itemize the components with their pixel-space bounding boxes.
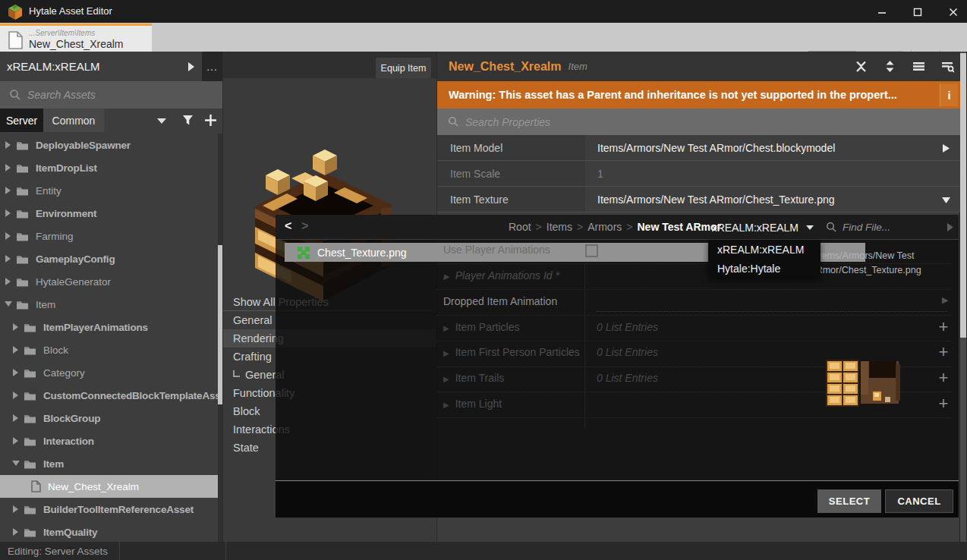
tree-folder-farming[interactable]: Farming <box>0 225 218 247</box>
add-asset-icon[interactable] <box>204 114 217 127</box>
expand-all-icon[interactable] <box>884 60 896 73</box>
caret-expanded-icon[interactable] <box>4 300 13 308</box>
chevron-right-icon[interactable] <box>941 143 951 153</box>
collapse-all-icon[interactable] <box>855 60 868 73</box>
breadcrumb-separator: > <box>577 221 583 233</box>
breadcrumb-items[interactable]: Items <box>546 221 572 233</box>
property-value[interactable]: 1 <box>585 161 960 186</box>
property-value[interactable]: Items/Armors/New Test ARmor/Chest.blocky… <box>585 135 960 160</box>
tree-folder-interaction[interactable]: Interaction <box>0 429 218 452</box>
property-search-input[interactable] <box>465 116 960 128</box>
ghost-property-value: 0 List Entries <box>597 372 658 384</box>
find-file-bar[interactable] <box>826 215 940 240</box>
tree-folder-environment[interactable]: Environment <box>0 202 218 225</box>
tree-file-new_chest_xrealm[interactable]: New_Chest_Xrealm <box>0 475 218 498</box>
warning-info-button[interactable]: i <box>940 83 958 106</box>
more-options-button[interactable]: ... <box>202 52 222 81</box>
folder-icon <box>24 391 36 401</box>
tree-folder-itemplayeranimations[interactable]: ItemPlayerAnimations <box>0 316 218 338</box>
tree-folder-deployablespawner[interactable]: DeployableSpawner <box>0 134 218 156</box>
tree-folder-blockgroup[interactable]: BlockGroup <box>0 407 218 429</box>
nav-back-button[interactable]: < <box>285 219 291 233</box>
tree-item-label: Farming <box>36 231 74 242</box>
chevron-down-icon[interactable] <box>156 118 167 124</box>
menu-icon[interactable] <box>912 60 925 73</box>
caret-collapsed-icon[interactable] <box>4 141 13 149</box>
select-button[interactable]: SELECT <box>817 489 881 513</box>
tree-folder-itemdroplist[interactable]: ItemDropList <box>0 156 218 179</box>
ghost-caret-icon: ▶ <box>443 401 449 409</box>
chevron-down-icon <box>805 225 814 231</box>
inspector-scrollbar-thumb[interactable] <box>960 53 966 338</box>
ghost-row-separator <box>436 315 951 316</box>
filter-icon[interactable] <box>182 115 194 126</box>
caret-collapsed-icon[interactable] <box>4 209 13 217</box>
ghost-caret-icon: ▶ <box>443 349 449 357</box>
expand-panel-icon[interactable] <box>185 61 197 73</box>
namespace-dropdown-menu: xREALM:xREALMHytale:Hytale <box>708 240 821 278</box>
caret-collapsed-icon[interactable] <box>4 278 13 285</box>
tree-folder-gameplayconfig[interactable]: GameplayConfig <box>0 247 218 270</box>
caret-collapsed-icon[interactable] <box>11 528 20 536</box>
search-list-icon[interactable] <box>941 60 954 73</box>
tab-strip: ...Server\Item\Items New_Chest_Xrealm Ed… <box>0 23 967 52</box>
ghost-add-entry-icon: + <box>936 368 951 388</box>
tree-item-label: Item <box>36 299 55 310</box>
maximize-button[interactable] <box>905 3 931 20</box>
property-search-bar[interactable] <box>437 109 960 135</box>
find-file-input[interactable] <box>843 222 940 233</box>
caret-collapsed-icon[interactable] <box>11 323 20 331</box>
chevron-right-icon[interactable] <box>947 222 954 232</box>
file-icon <box>31 480 41 492</box>
tree-folder-buildertoolitemreferenceasset[interactable]: BuilderToolItemReferenceAsset <box>0 498 218 521</box>
app-logo-icon <box>7 4 24 20</box>
tree-folder-category[interactable]: Category <box>0 361 218 384</box>
tree-folder-item[interactable]: Item <box>0 452 218 475</box>
tab-server[interactable]: Server <box>0 109 43 132</box>
ghost-row-separator <box>436 417 951 418</box>
breadcrumb-separator: > <box>536 221 542 233</box>
minimize-button[interactable] <box>869 3 895 20</box>
tree-folder-entity[interactable]: Entity <box>0 179 218 202</box>
tree-item-label: Block <box>43 344 68 356</box>
namespace-option-xrealm-xrealm[interactable]: xREALM:xREALM <box>708 240 821 259</box>
chevron-down-icon[interactable] <box>941 195 951 205</box>
tab-new-chest-xrealm[interactable]: ...Server\Item\Items New_Chest_Xrealm <box>0 24 152 52</box>
caret-collapsed-icon[interactable] <box>4 187 13 194</box>
tree-folder-hytalegenerator[interactable]: HytaleGenerator <box>0 270 218 293</box>
cancel-button[interactable]: CANCEL <box>885 489 953 513</box>
breadcrumb-root[interactable]: Root <box>509 221 531 233</box>
tree-folder-item[interactable]: Item <box>0 293 218 316</box>
caret-expanded-icon[interactable] <box>11 460 20 467</box>
tab-common[interactable]: Common <box>43 109 104 132</box>
folder-icon <box>24 436 36 446</box>
caret-collapsed-icon[interactable] <box>11 346 20 354</box>
title-bar: Hytale Asset Editor <box>0 0 967 23</box>
property-value[interactable]: Items/Armors/New Test ARmor/Chest_Textur… <box>585 187 960 212</box>
breadcrumb-armors[interactable]: Armors <box>587 221 622 233</box>
equip-item-button[interactable]: Equip Item <box>376 58 431 78</box>
nav-forward-button[interactable]: > <box>301 219 308 233</box>
ghost-caret-icon: ▶ <box>443 375 449 383</box>
asset-search-bar[interactable] <box>0 81 222 109</box>
caret-collapsed-icon[interactable] <box>4 232 13 240</box>
close-button[interactable] <box>940 3 966 20</box>
tree-item-label: Environment <box>36 208 96 219</box>
caret-collapsed-icon[interactable] <box>11 369 20 376</box>
tree-folder-customconnectedblocktemplateasset[interactable]: CustomConnectedBlockTemplateAsset <box>0 384 218 407</box>
tree-folder-block[interactable]: Block <box>0 338 218 361</box>
caret-collapsed-icon[interactable] <box>11 392 20 399</box>
folder-icon <box>16 163 29 173</box>
property-rows: Item ModelItems/Armors/New Test ARmor/Ch… <box>437 135 960 212</box>
caret-collapsed-icon[interactable] <box>11 414 20 422</box>
inheritance-warning-banner: Warning: This asset has a Parent and inh… <box>437 81 960 109</box>
namespace-option-hytale-hytale[interactable]: Hytale:Hytale <box>708 259 821 278</box>
tree-folder-itemquality[interactable]: ItemQuality <box>0 521 218 542</box>
namespace-dropdown[interactable]: xREALM:xREALM <box>701 215 814 240</box>
project-header: xREALM:xREALM ... <box>0 52 222 81</box>
caret-collapsed-icon[interactable] <box>4 255 13 263</box>
caret-collapsed-icon[interactable] <box>11 505 20 513</box>
caret-collapsed-icon[interactable] <box>4 164 13 171</box>
caret-collapsed-icon[interactable] <box>11 437 20 445</box>
asset-search-input[interactable] <box>27 89 222 101</box>
